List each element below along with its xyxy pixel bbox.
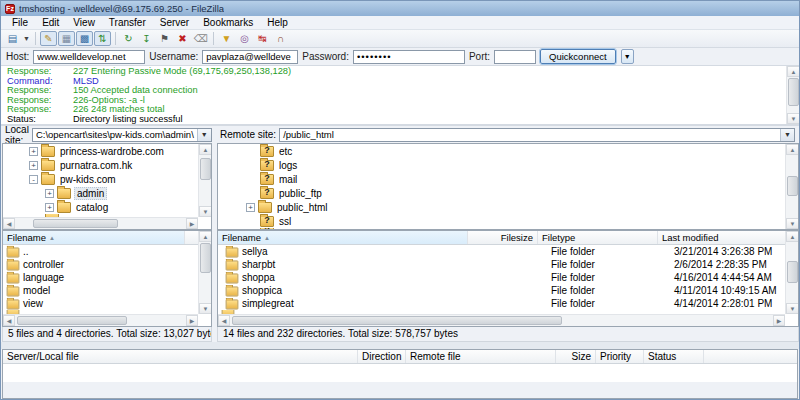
queue-toggle-icon[interactable]: ⇅ xyxy=(94,31,111,46)
file-row[interactable]: simplegreat File folder 4/14/2014 2:28:0… xyxy=(218,297,798,310)
pane-splitter[interactable] xyxy=(1,342,799,349)
menu-view[interactable]: View xyxy=(66,16,102,29)
tree-row[interactable]: etc xyxy=(218,144,798,158)
menu-file[interactable]: File xyxy=(5,16,35,29)
scroll-up-icon[interactable]: ▲ xyxy=(786,231,799,242)
expand-icon[interactable]: + xyxy=(29,147,38,156)
scroll-up-icon[interactable]: ▲ xyxy=(787,66,799,77)
password-input[interactable] xyxy=(353,50,465,64)
expand-icon[interactable]: + xyxy=(45,189,54,198)
file-row[interactable]: model xyxy=(3,284,211,297)
file-row[interactable]: shoppa File folder 4/16/2014 4:44:54 AM … xyxy=(218,271,798,284)
scrollbar-thumb[interactable] xyxy=(787,261,798,283)
scroll-down-icon[interactable]: ▼ xyxy=(786,218,799,229)
column-header-filename[interactable]: Filename ▲ xyxy=(3,231,185,244)
expand-icon[interactable]: + xyxy=(246,203,255,212)
reconnect-icon[interactable]: ⌫ xyxy=(192,31,209,46)
menu-transfer[interactable]: Transfer xyxy=(102,16,153,29)
refresh-icon[interactable]: ↻ xyxy=(120,31,137,46)
scroll-right-icon[interactable]: ▶ xyxy=(186,315,198,326)
remote-tree-toggle-icon[interactable]: ▩ xyxy=(76,31,93,46)
remote-list-horizontal-scrollbar[interactable]: ◀ ▶ xyxy=(218,314,785,326)
tree-row[interactable]: logs xyxy=(218,158,798,172)
file-row[interactable]: view xyxy=(3,297,211,310)
local-site-combobox[interactable]: C:\opencart\sites\pw-kids.com\admin\ ▼ xyxy=(32,128,212,142)
column-header-filetype[interactable]: Filetype xyxy=(538,231,658,244)
collapse-icon[interactable]: - xyxy=(29,175,38,184)
message-log-toggle-icon[interactable]: ✎ xyxy=(40,31,57,46)
scroll-up-icon[interactable]: ▲ xyxy=(199,144,212,155)
tree-row[interactable]: - pw-kids.com xyxy=(3,172,211,186)
column-header-remote-file[interactable]: Remote file xyxy=(406,350,556,363)
column-header-filesize[interactable]: Filesize xyxy=(468,231,538,244)
scroll-down-icon[interactable]: ▼ xyxy=(786,303,799,314)
file-row[interactable]: language xyxy=(3,271,211,284)
file-row[interactable]: sharpbt File folder 2/6/2014 2:28:35 PM … xyxy=(218,258,798,271)
menu-bookmarks[interactable]: Bookmarks xyxy=(196,16,260,29)
sync-browsing-icon[interactable]: ↹ xyxy=(254,31,271,46)
file-row[interactable]: shoppica File folder 4/11/2014 10:49:15 … xyxy=(218,284,798,297)
local-list-vertical-scrollbar[interactable]: ▲ ▼ xyxy=(198,231,211,314)
local-tree-toggle-icon[interactable]: ▦ xyxy=(58,31,75,46)
scroll-right-icon[interactable]: ▶ xyxy=(773,315,785,326)
scroll-left-icon[interactable]: ◀ xyxy=(218,315,230,326)
scroll-down-icon[interactable]: ▼ xyxy=(787,113,799,124)
chevron-down-icon[interactable]: ▼ xyxy=(197,129,211,141)
column-header-direction[interactable]: Direction xyxy=(358,350,406,363)
scroll-up-icon[interactable]: ▲ xyxy=(786,144,799,155)
tree-row[interactable]: public_ftp xyxy=(218,186,798,200)
tree-row[interactable]: + catalog xyxy=(3,200,211,214)
host-input[interactable] xyxy=(33,50,145,64)
column-header-last-modified[interactable]: Last modified xyxy=(658,231,798,244)
tree-row[interactable]: mail xyxy=(218,172,798,186)
tree-row-selected[interactable]: + admin xyxy=(3,186,211,200)
scroll-down-icon[interactable]: ▼ xyxy=(199,206,212,217)
quickconnect-button[interactable]: Quickconnect xyxy=(540,49,616,64)
column-header-priority[interactable]: Priority xyxy=(596,350,644,363)
scrollbar-thumb[interactable] xyxy=(788,78,799,106)
cancel-icon[interactable]: ⚑ xyxy=(156,31,173,46)
menu-server[interactable]: Server xyxy=(153,16,196,29)
log-vertical-scrollbar[interactable]: ▲ ▼ xyxy=(786,66,799,124)
column-header-server-local-file[interactable]: Server/Local file xyxy=(3,350,358,363)
local-list-horizontal-scrollbar[interactable]: ◀ ▶ xyxy=(3,314,198,326)
scroll-down-icon[interactable]: ▼ xyxy=(199,303,212,314)
scroll-up-icon[interactable]: ▲ xyxy=(199,231,212,242)
scroll-left-icon[interactable]: ◀ xyxy=(3,218,15,229)
column-header-filename[interactable]: Filename ▲ xyxy=(218,231,468,244)
remote-tree-vertical-scrollbar[interactable]: ▲ ▼ xyxy=(785,144,798,229)
process-queue-icon[interactable]: ↧ xyxy=(138,31,155,46)
remote-list-vertical-scrollbar[interactable]: ▲ ▼ xyxy=(785,231,798,314)
file-row[interactable]: sellya File folder 3/21/2014 3:26:38 PM … xyxy=(218,245,798,258)
scrollbar-thumb[interactable] xyxy=(200,243,211,273)
local-tree-vertical-scrollbar[interactable]: ▲ ▼ xyxy=(198,144,211,217)
scrollbar-thumb[interactable] xyxy=(17,316,127,325)
scroll-left-icon[interactable]: ◀ xyxy=(3,315,15,326)
find-icon[interactable]: ∩ xyxy=(272,31,289,46)
compare-icon[interactable]: ◎ xyxy=(236,31,253,46)
remote-site-combobox[interactable]: /public_html ▼ xyxy=(279,128,795,142)
filter-icon[interactable]: ▼ xyxy=(218,31,235,46)
menu-edit[interactable]: Edit xyxy=(35,16,66,29)
scrollbar-thumb[interactable] xyxy=(787,176,798,196)
column-header-status[interactable]: Status xyxy=(644,350,704,363)
tree-row[interactable]: + princess-wardrobe.com xyxy=(3,144,211,158)
column-header-permissions[interactable]: Permiss xyxy=(798,231,799,244)
quickconnect-dropdown-icon[interactable]: ▼ xyxy=(621,49,634,64)
tree-row[interactable]: ssl xyxy=(218,214,798,228)
site-manager-dropdown-icon[interactable]: ▼ xyxy=(22,31,31,46)
expand-icon[interactable]: + xyxy=(29,161,38,170)
username-input[interactable] xyxy=(202,50,298,64)
file-row[interactable]: controller xyxy=(3,258,211,271)
port-input[interactable] xyxy=(494,50,536,64)
file-row[interactable]: .. xyxy=(3,245,211,258)
column-header-size[interactable]: Size xyxy=(556,350,596,363)
site-manager-icon[interactable]: ▤ xyxy=(4,31,21,46)
disconnect-icon[interactable]: ✖ xyxy=(174,31,191,46)
scrollbar-thumb[interactable] xyxy=(33,219,118,228)
scrollbar-thumb[interactable] xyxy=(232,316,562,325)
chevron-down-icon[interactable]: ▼ xyxy=(780,129,794,141)
expand-icon[interactable]: + xyxy=(45,203,54,212)
scroll-right-icon[interactable]: ▶ xyxy=(186,218,198,229)
tree-row[interactable]: + public_html xyxy=(218,200,798,214)
